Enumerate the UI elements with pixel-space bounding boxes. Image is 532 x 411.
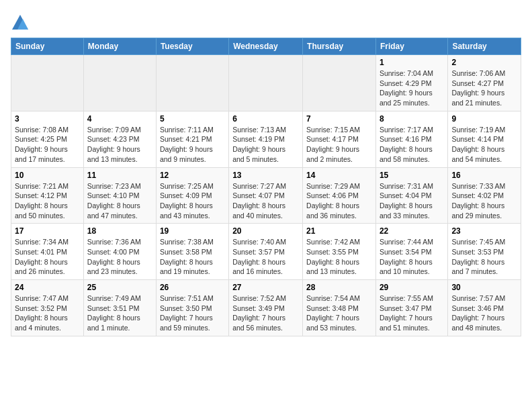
calendar-week-4: 17Sunrise: 7:34 AMSunset: 4:01 PMDayligh… xyxy=(11,224,521,280)
calendar-cell: 21Sunrise: 7:42 AMSunset: 3:55 PMDayligh… xyxy=(303,224,376,280)
day-info: Sunrise: 7:49 AMSunset: 3:51 PMDaylight:… xyxy=(87,293,152,333)
day-number: 17 xyxy=(15,226,80,236)
calendar-cell: 16Sunrise: 7:33 AMSunset: 4:02 PMDayligh… xyxy=(448,167,521,224)
day-number: 20 xyxy=(232,226,299,236)
day-number: 1 xyxy=(380,58,444,67)
day-info: Sunrise: 7:45 AMSunset: 3:53 PMDaylight:… xyxy=(451,237,517,277)
day-number: 21 xyxy=(306,226,372,236)
calendar-cell: 10Sunrise: 7:21 AMSunset: 4:12 PMDayligh… xyxy=(11,167,84,224)
calendar-cell: 24Sunrise: 7:47 AMSunset: 3:52 PMDayligh… xyxy=(11,280,84,336)
day-number: 27 xyxy=(232,283,299,292)
day-number: 4 xyxy=(87,114,152,124)
day-info: Sunrise: 7:33 AMSunset: 4:02 PMDaylight:… xyxy=(451,181,517,221)
day-info: Sunrise: 7:21 AMSunset: 4:12 PMDaylight:… xyxy=(15,181,80,221)
day-number: 28 xyxy=(306,283,372,292)
day-info: Sunrise: 7:31 AMSunset: 4:04 PMDaylight:… xyxy=(380,181,444,221)
calendar-cell: 12Sunrise: 7:25 AMSunset: 4:09 PMDayligh… xyxy=(156,167,228,224)
day-info: Sunrise: 7:09 AMSunset: 4:23 PMDaylight:… xyxy=(87,125,152,165)
day-info: Sunrise: 7:54 AMSunset: 3:48 PMDaylight:… xyxy=(306,293,372,333)
day-header-thursday: Thursday xyxy=(303,38,376,55)
day-header-sunday: Sunday xyxy=(11,38,84,55)
day-number: 9 xyxy=(451,114,517,124)
calendar-table: SundayMondayTuesdayWednesdayThursdayFrid… xyxy=(11,38,521,336)
day-number: 24 xyxy=(15,283,80,292)
day-info: Sunrise: 7:40 AMSunset: 3:57 PMDaylight:… xyxy=(232,237,299,277)
calendar-cell: 14Sunrise: 7:29 AMSunset: 4:06 PMDayligh… xyxy=(303,167,376,224)
day-info: Sunrise: 7:04 AMSunset: 4:29 PMDaylight:… xyxy=(380,68,444,108)
day-info: Sunrise: 7:51 AMSunset: 3:50 PMDaylight:… xyxy=(160,293,225,333)
calendar-header-row: SundayMondayTuesdayWednesdayThursdayFrid… xyxy=(11,38,521,55)
day-info: Sunrise: 7:44 AMSunset: 3:54 PMDaylight:… xyxy=(380,237,444,277)
calendar-cell: 15Sunrise: 7:31 AMSunset: 4:04 PMDayligh… xyxy=(375,167,447,224)
day-info: Sunrise: 7:42 AMSunset: 3:55 PMDaylight:… xyxy=(306,237,372,277)
day-info: Sunrise: 7:36 AMSunset: 4:00 PMDaylight:… xyxy=(87,237,152,277)
day-info: Sunrise: 7:29 AMSunset: 4:06 PMDaylight:… xyxy=(306,181,372,221)
calendar-cell: 1Sunrise: 7:04 AMSunset: 4:29 PMDaylight… xyxy=(375,55,447,111)
calendar-cell: 11Sunrise: 7:23 AMSunset: 4:10 PMDayligh… xyxy=(83,167,156,224)
day-info: Sunrise: 7:27 AMSunset: 4:07 PMDaylight:… xyxy=(232,181,299,221)
calendar-cell: 22Sunrise: 7:44 AMSunset: 3:54 PMDayligh… xyxy=(375,224,447,280)
day-number: 25 xyxy=(87,283,152,292)
day-info: Sunrise: 7:17 AMSunset: 4:16 PMDaylight:… xyxy=(380,125,444,165)
day-number: 16 xyxy=(451,171,517,180)
day-info: Sunrise: 7:06 AMSunset: 4:27 PMDaylight:… xyxy=(451,68,517,108)
calendar-cell: 17Sunrise: 7:34 AMSunset: 4:01 PMDayligh… xyxy=(11,224,84,280)
calendar-cell: 8Sunrise: 7:17 AMSunset: 4:16 PMDaylight… xyxy=(375,111,447,167)
day-info: Sunrise: 7:15 AMSunset: 4:17 PMDaylight:… xyxy=(306,125,372,165)
calendar-week-2: 3Sunrise: 7:08 AMSunset: 4:25 PMDaylight… xyxy=(11,111,521,167)
day-number: 12 xyxy=(160,171,225,180)
day-number: 14 xyxy=(306,171,372,180)
calendar-cell xyxy=(156,55,228,111)
day-number: 2 xyxy=(451,58,517,67)
day-number: 11 xyxy=(87,171,152,180)
page-header xyxy=(11,11,521,32)
calendar-cell: 2Sunrise: 7:06 AMSunset: 4:27 PMDaylight… xyxy=(448,55,521,111)
calendar-cell xyxy=(229,55,303,111)
calendar-cell: 26Sunrise: 7:51 AMSunset: 3:50 PMDayligh… xyxy=(156,280,228,336)
calendar-cell: 5Sunrise: 7:11 AMSunset: 4:21 PMDaylight… xyxy=(156,111,228,167)
calendar-cell: 30Sunrise: 7:57 AMSunset: 3:46 PMDayligh… xyxy=(448,280,521,336)
calendar-cell: 9Sunrise: 7:19 AMSunset: 4:14 PMDaylight… xyxy=(448,111,521,167)
day-info: Sunrise: 7:55 AMSunset: 3:47 PMDaylight:… xyxy=(380,293,444,333)
calendar-cell: 6Sunrise: 7:13 AMSunset: 4:19 PMDaylight… xyxy=(229,111,303,167)
calendar-cell: 20Sunrise: 7:40 AMSunset: 3:57 PMDayligh… xyxy=(229,224,303,280)
calendar-cell xyxy=(303,55,376,111)
day-number: 23 xyxy=(451,226,517,236)
calendar-cell: 7Sunrise: 7:15 AMSunset: 4:17 PMDaylight… xyxy=(303,111,376,167)
calendar-cell: 28Sunrise: 7:54 AMSunset: 3:48 PMDayligh… xyxy=(303,280,376,336)
day-number: 8 xyxy=(380,114,444,124)
day-number: 5 xyxy=(160,114,225,124)
day-header-wednesday: Wednesday xyxy=(229,38,303,55)
day-header-monday: Monday xyxy=(83,38,156,55)
day-header-saturday: Saturday xyxy=(448,38,521,55)
calendar-cell: 13Sunrise: 7:27 AMSunset: 4:07 PMDayligh… xyxy=(229,167,303,224)
calendar-cell: 18Sunrise: 7:36 AMSunset: 4:00 PMDayligh… xyxy=(83,224,156,280)
day-header-friday: Friday xyxy=(375,38,447,55)
day-info: Sunrise: 7:57 AMSunset: 3:46 PMDaylight:… xyxy=(451,293,517,333)
calendar-cell: 23Sunrise: 7:45 AMSunset: 3:53 PMDayligh… xyxy=(448,224,521,280)
day-info: Sunrise: 7:34 AMSunset: 4:01 PMDaylight:… xyxy=(15,237,80,277)
day-number: 7 xyxy=(306,114,372,124)
day-number: 26 xyxy=(160,283,225,292)
day-info: Sunrise: 7:52 AMSunset: 3:49 PMDaylight:… xyxy=(232,293,299,333)
day-info: Sunrise: 7:25 AMSunset: 4:09 PMDaylight:… xyxy=(160,181,225,221)
calendar-cell: 4Sunrise: 7:09 AMSunset: 4:23 PMDaylight… xyxy=(83,111,156,167)
day-number: 22 xyxy=(380,226,444,236)
calendar-cell: 19Sunrise: 7:38 AMSunset: 3:58 PMDayligh… xyxy=(156,224,228,280)
day-info: Sunrise: 7:47 AMSunset: 3:52 PMDaylight:… xyxy=(15,293,80,333)
day-number: 29 xyxy=(380,283,444,292)
day-number: 18 xyxy=(87,226,152,236)
calendar-cell xyxy=(11,55,84,111)
logo-icon xyxy=(11,13,30,32)
day-header-tuesday: Tuesday xyxy=(156,38,228,55)
day-info: Sunrise: 7:38 AMSunset: 3:58 PMDaylight:… xyxy=(160,237,225,277)
day-info: Sunrise: 7:19 AMSunset: 4:14 PMDaylight:… xyxy=(451,125,517,165)
day-number: 6 xyxy=(232,114,299,124)
calendar-week-3: 10Sunrise: 7:21 AMSunset: 4:12 PMDayligh… xyxy=(11,167,521,224)
calendar-week-1: 1Sunrise: 7:04 AMSunset: 4:29 PMDaylight… xyxy=(11,55,521,111)
day-number: 30 xyxy=(451,283,517,292)
calendar-cell: 29Sunrise: 7:55 AMSunset: 3:47 PMDayligh… xyxy=(375,280,447,336)
logo xyxy=(11,13,32,32)
day-info: Sunrise: 7:23 AMSunset: 4:10 PMDaylight:… xyxy=(87,181,152,221)
calendar-cell: 3Sunrise: 7:08 AMSunset: 4:25 PMDaylight… xyxy=(11,111,84,167)
